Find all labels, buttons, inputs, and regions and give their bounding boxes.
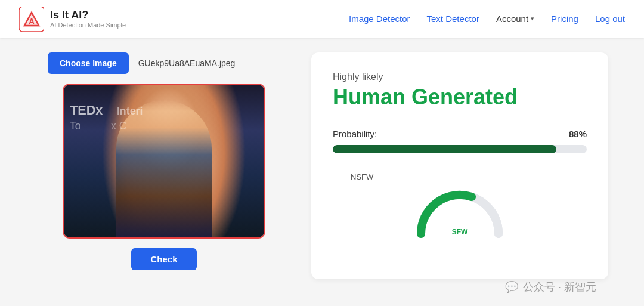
result-subtitle: Highly likely (333, 72, 587, 82)
nav-account[interactable]: Account ▾ (496, 14, 534, 24)
nsfw-label: NSFW (351, 172, 373, 181)
right-panel: Highly likely Human Generated Probabilit… (311, 52, 608, 279)
header: A Is It AI? AI Detection Made Simple Ima… (0, 0, 644, 38)
svg-text:To: To (70, 120, 81, 132)
image-frame: TEDx Interi To x C (63, 84, 265, 239)
nav-pricing[interactable]: Pricing (551, 14, 578, 24)
logo-subtitle: AI Detection Made Simple (50, 21, 126, 29)
left-panel: Choose Image GUekp9Ua8AEuaMA.jpeg TEDx I… (36, 52, 292, 270)
choose-image-button[interactable]: Choose Image (48, 52, 129, 74)
nav-account-label: Account (496, 14, 528, 24)
nav-logout[interactable]: Log out (595, 14, 625, 24)
progress-bar-fill (333, 145, 556, 153)
svg-text:Interi: Interi (117, 105, 143, 117)
probability-row: Probability: 88% (333, 129, 587, 139)
check-button[interactable]: Check (131, 248, 196, 270)
nav-text-detector[interactable]: Text Detector (427, 14, 479, 24)
chevron-down-icon: ▾ (531, 15, 534, 23)
file-name: GUekp9Ua8AEuaMA.jpeg (138, 58, 236, 68)
sfw-label: SFW (452, 228, 468, 236)
logo-text: Is It AI? AI Detection Made Simple (50, 9, 126, 29)
result-title: Human Generated (333, 85, 587, 110)
svg-text:A: A (29, 17, 35, 26)
probability-value: 88% (569, 129, 587, 139)
logo-area: A Is It AI? AI Detection Made Simple (19, 7, 126, 32)
background-text-overlay: TEDx Interi To x C (64, 97, 264, 132)
nsfw-section: NSFW SFW (333, 172, 587, 240)
svg-text:TEDx: TEDx (70, 103, 103, 118)
probability-label: Probability: (333, 129, 377, 139)
gauge-container: SFW (412, 186, 507, 240)
nav: Image Detector Text Detector Account ▾ P… (349, 14, 625, 24)
logo-icon: A (19, 7, 44, 32)
progress-bar-background (333, 145, 587, 153)
main-content: Choose Image GUekp9Ua8AEuaMA.jpeg TEDx I… (0, 38, 644, 293)
file-chooser-row: Choose Image GUekp9Ua8AEuaMA.jpeg (48, 52, 235, 74)
svg-text:x C: x C (111, 120, 127, 132)
nav-image-detector[interactable]: Image Detector (349, 14, 410, 24)
logo-title: Is It AI? (50, 9, 126, 21)
